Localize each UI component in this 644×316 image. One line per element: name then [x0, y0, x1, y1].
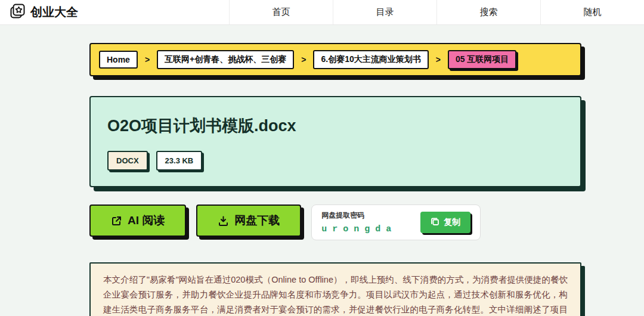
nav-item-search[interactable]: 搜索 [436, 0, 540, 24]
logo-stacked-star-icon [10, 3, 26, 22]
nav-item-home[interactable]: 首页 [229, 0, 333, 24]
password-block: 网盘提取密码 urongda [321, 210, 397, 234]
file-size-badge: 23.3 KB [156, 151, 203, 171]
logo-text: 创业大全 [30, 4, 78, 20]
action-row: AI 阅读 网盘下载 网盘提取密码 urongda [89, 205, 581, 240]
ai-read-button[interactable]: AI 阅读 [89, 205, 186, 237]
download-label: 网盘下载 [234, 213, 280, 228]
ai-read-label: AI 阅读 [128, 213, 165, 228]
breadcrumb-separator: > [145, 55, 150, 64]
file-title: O2O项目计划书模版.docx [107, 115, 564, 137]
summary-card: 本文介绍了"易家肴"网站旨在通过020模式（Online to Offline）… [89, 262, 581, 316]
summary-text: 本文介绍了"易家肴"网站旨在通过020模式（Online to Offline）… [103, 272, 568, 316]
main-nav: 首页 目录 搜索 随机 [229, 0, 644, 24]
password-panel: 网盘提取密码 urongda 复制 [311, 205, 481, 240]
password-value: urongda [321, 224, 397, 234]
download-icon [218, 215, 229, 227]
main-content: Home > 互联网+创青春、挑战杯、三创赛 > 6.创赛10大主流商业策划书 … [89, 43, 581, 316]
breadcrumb-category[interactable]: 互联网+创青春、挑战杯、三创赛 [157, 50, 294, 69]
top-header: 创业大全 首页 目录 搜索 随机 [0, 0, 644, 25]
file-badges: DOCX 23.3 KB [107, 151, 564, 171]
copy-label: 复制 [444, 217, 460, 228]
nav-item-random[interactable]: 随机 [540, 0, 644, 24]
download-button[interactable]: 网盘下载 [196, 205, 301, 237]
breadcrumb-subcategory[interactable]: 6.创赛10大主流商业策划书 [313, 50, 428, 69]
breadcrumb-current[interactable]: 05 互联网项目 [448, 50, 516, 69]
nav-item-directory[interactable]: 目录 [333, 0, 436, 24]
breadcrumb-home[interactable]: Home [99, 51, 138, 69]
copy-button[interactable]: 复制 [420, 212, 470, 233]
password-label: 网盘提取密码 [321, 210, 397, 221]
site-logo[interactable]: 创业大全 [0, 0, 229, 24]
file-type-badge: DOCX [107, 151, 148, 171]
breadcrumb: Home > 互联网+创青春、挑战杯、三创赛 > 6.创赛10大主流商业策划书 … [89, 43, 581, 76]
breadcrumb-separator: > [436, 55, 441, 64]
file-card: O2O项目计划书模版.docx DOCX 23.3 KB [89, 96, 581, 187]
breadcrumb-separator: > [301, 55, 306, 64]
copy-icon [431, 217, 439, 228]
external-link-icon [111, 215, 122, 227]
